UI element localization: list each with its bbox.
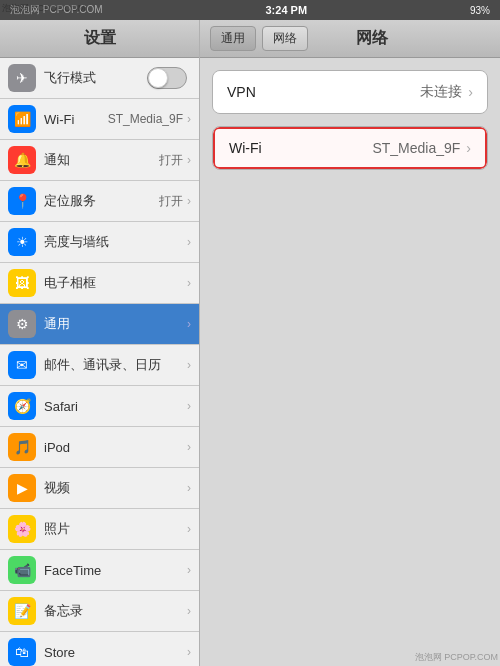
- sidebar-item-notification[interactable]: 🔔通知打开›: [0, 140, 199, 181]
- location-value: 打开: [159, 193, 183, 210]
- general-label: 通用: [44, 315, 187, 333]
- video-chevron: ›: [187, 481, 191, 495]
- notification-label: 通知: [44, 151, 159, 169]
- vpn-label: VPN: [227, 84, 420, 100]
- watermark-bottom-right: 泡泡网 PCPOP.COM: [415, 651, 498, 664]
- sidebar-item-location[interactable]: 📍定位服务打开›: [0, 181, 199, 222]
- photoframe-icon: 🖼: [8, 269, 36, 297]
- tab-network[interactable]: 网络: [262, 26, 308, 51]
- wifi-setting-chevron: ›: [466, 140, 471, 156]
- right-panel-title: 网络: [314, 28, 430, 49]
- sidebar-item-facetime[interactable]: 📹FaceTime›: [0, 550, 199, 591]
- safari-icon: 🧭: [8, 392, 36, 420]
- photos-label: 照片: [44, 520, 187, 538]
- settings-row-wifi-setting[interactable]: Wi-FiST_Media_9F›: [213, 127, 487, 169]
- facetime-label: FaceTime: [44, 563, 187, 578]
- location-chevron: ›: [187, 194, 191, 208]
- wifi-chevron: ›: [187, 112, 191, 126]
- mail-label: 邮件、通讯录、日历: [44, 356, 187, 374]
- wifi-group: Wi-FiST_Media_9F›: [212, 126, 488, 170]
- video-label: 视频: [44, 479, 187, 497]
- tab-general[interactable]: 通用: [210, 26, 256, 51]
- sidebar-item-mail[interactable]: ✉邮件、通讯录、日历›: [0, 345, 199, 386]
- store-icon: 🛍: [8, 638, 36, 666]
- notification-chevron: ›: [187, 153, 191, 167]
- settings-row-vpn[interactable]: VPN未连接›: [213, 71, 487, 113]
- notes-icon: 📝: [8, 597, 36, 625]
- wifi-setting-label: Wi-Fi: [229, 140, 372, 156]
- general-chevron: ›: [187, 317, 191, 331]
- airplane-icon: ✈: [8, 64, 36, 92]
- mail-icon: ✉: [8, 351, 36, 379]
- wifi-setting-value: ST_Media_9F: [372, 140, 460, 156]
- sidebar-header: 设置: [0, 20, 199, 58]
- right-content: VPN未连接›Wi-FiST_Media_9F›: [200, 58, 500, 666]
- store-chevron: ›: [187, 645, 191, 659]
- sidebar-item-photos[interactable]: 🌸照片›: [0, 509, 199, 550]
- ipod-label: iPod: [44, 440, 187, 455]
- location-icon: 📍: [8, 187, 36, 215]
- airplane-toggle[interactable]: [147, 67, 187, 89]
- ipod-chevron: ›: [187, 440, 191, 454]
- location-label: 定位服务: [44, 192, 159, 210]
- ipod-icon: 🎵: [8, 433, 36, 461]
- sidebar-item-brightness[interactable]: ☀亮度与墙纸›: [0, 222, 199, 263]
- sidebar-item-notes[interactable]: 📝备忘录›: [0, 591, 199, 632]
- sidebar-item-store[interactable]: 🛍Store›: [0, 632, 199, 666]
- sidebar-item-safari[interactable]: 🧭Safari›: [0, 386, 199, 427]
- notes-label: 备忘录: [44, 602, 187, 620]
- photos-chevron: ›: [187, 522, 191, 536]
- photos-icon: 🌸: [8, 515, 36, 543]
- safari-chevron: ›: [187, 399, 191, 413]
- sidebar-item-ipod[interactable]: 🎵iPod›: [0, 427, 199, 468]
- status-bar-battery: 93%: [470, 5, 490, 16]
- airplane-label: 飞行模式: [44, 69, 147, 87]
- sidebar-item-general[interactable]: ⚙通用›: [0, 304, 199, 345]
- brightness-label: 亮度与墙纸: [44, 233, 187, 251]
- right-panel: 通用网络 网络 VPN未连接›Wi-FiST_Media_9F›: [200, 20, 500, 666]
- watermark-top-left: 泡泡网 PCPOP.COM: [2, 2, 85, 15]
- notification-icon: 🔔: [8, 146, 36, 174]
- sidebar-item-video[interactable]: ▶视频›: [0, 468, 199, 509]
- facetime-chevron: ›: [187, 563, 191, 577]
- notes-chevron: ›: [187, 604, 191, 618]
- sidebar: 设置 ✈飞行模式📶Wi-FiST_Media_9F›🔔通知打开›📍定位服务打开›…: [0, 20, 200, 666]
- facetime-icon: 📹: [8, 556, 36, 584]
- airplane-toggle-knob: [148, 68, 168, 88]
- sidebar-item-airplane[interactable]: ✈飞行模式: [0, 58, 199, 99]
- brightness-icon: ☀: [8, 228, 36, 256]
- right-header: 通用网络 网络: [200, 20, 500, 58]
- photoframe-label: 电子相框: [44, 274, 187, 292]
- store-label: Store: [44, 645, 187, 660]
- wifi-label: Wi-Fi: [44, 112, 108, 127]
- video-icon: ▶: [8, 474, 36, 502]
- safari-label: Safari: [44, 399, 187, 414]
- brightness-chevron: ›: [187, 235, 191, 249]
- sidebar-item-photoframe[interactable]: 🖼电子相框›: [0, 263, 199, 304]
- wifi-icon: 📶: [8, 105, 36, 133]
- vpn-group: VPN未连接›: [212, 70, 488, 114]
- photoframe-chevron: ›: [187, 276, 191, 290]
- notification-value: 打开: [159, 152, 183, 169]
- vpn-chevron: ›: [468, 84, 473, 100]
- status-bar-time: 3:24 PM: [266, 4, 308, 16]
- general-icon: ⚙: [8, 310, 36, 338]
- sidebar-item-wifi[interactable]: 📶Wi-FiST_Media_9F›: [0, 99, 199, 140]
- vpn-value: 未连接: [420, 83, 462, 101]
- mail-chevron: ›: [187, 358, 191, 372]
- wifi-value: ST_Media_9F: [108, 112, 183, 126]
